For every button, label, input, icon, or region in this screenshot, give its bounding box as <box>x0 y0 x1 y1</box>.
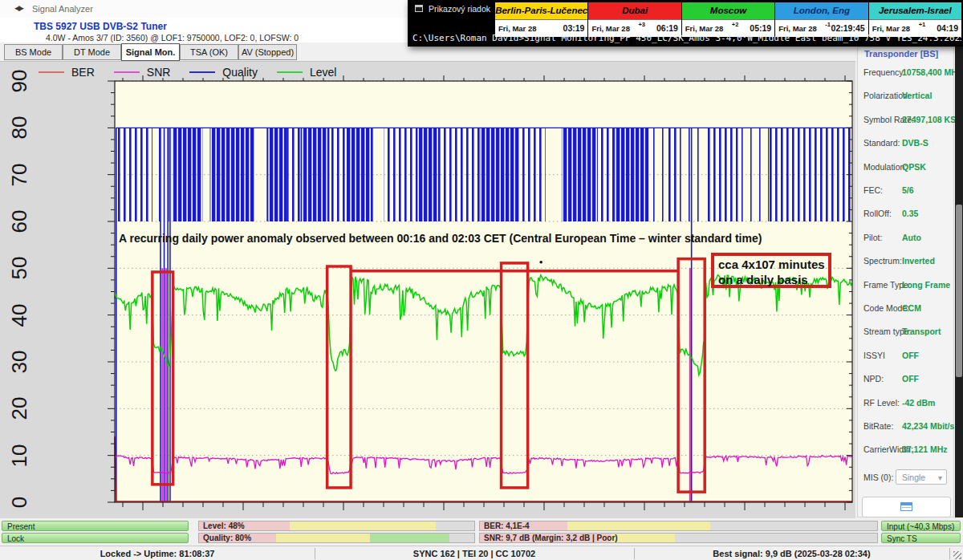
world-clock: MoscowFri, Mar 28+205:19 <box>681 2 774 37</box>
transponder-row-value: 37,121 MHz <box>902 444 948 454</box>
transponder-row: Polarization:Vertical <box>858 91 955 102</box>
chevron-down-icon: ▾ <box>938 470 942 485</box>
sidebar-scrollbar[interactable] <box>955 47 963 517</box>
transponder-row-label: RollOff: <box>863 209 892 218</box>
clock-utc-offset: +1 <box>919 21 926 28</box>
transponder-row-value: -42 dBm <box>902 398 935 408</box>
y-axis-tick-label: 20 <box>8 391 30 426</box>
input-rate-badge: Input (~40,3 Mbps) <box>881 521 961 531</box>
transponder-row-value: OFF <box>902 374 919 383</box>
transponder-row: ISSYIOFF <box>858 351 955 362</box>
window-title: Signal Analyzer <box>32 4 93 14</box>
mis-row: MIS (0): Single ▾ <box>858 469 955 485</box>
transponder-row-label: FEC: <box>863 185 883 195</box>
transponder-row: Code Mode:CCM <box>858 303 955 314</box>
sync-ts-badge: Sync TS <box>881 533 961 543</box>
transponder-row: RF Level:-42 dBm <box>858 398 955 409</box>
transponder-row: Modulation:QPSK <box>858 162 955 173</box>
clock-utc-offset: -1 <box>825 21 831 28</box>
clock-city: London, Eng <box>775 2 868 19</box>
resize-grip[interactable] <box>953 551 961 559</box>
clock-time: 04:19 <box>937 23 958 33</box>
transponder-row-value: 42,234 Mbit/s <box>902 421 954 431</box>
transponder-row-label: ISSYI <box>863 351 885 360</box>
clock-city: Dubai <box>588 2 681 19</box>
transponder-row-label: RF Level: <box>863 398 900 408</box>
transponder-row: Stream type:Transport <box>858 327 955 338</box>
transponder-row-value: Vertical <box>902 91 932 100</box>
transponder-row-value: CCM <box>902 303 921 313</box>
console-title: Prikazový riadok <box>429 4 490 14</box>
y-axis-tick-label: 10 <box>8 438 30 473</box>
mis-dropdown[interactable]: Single ▾ <box>896 469 947 485</box>
tab-bs-mode[interactable]: BS Mode <box>4 44 63 60</box>
transponder-row-value: DVB-S <box>902 138 928 148</box>
clock-utc-offset: +3 <box>638 21 645 28</box>
transponder-row: Standard:DVB-S <box>858 138 955 149</box>
status-divider <box>949 548 950 559</box>
lock-badge: Lock <box>2 533 189 543</box>
ber-meter: BER: 4,1E-4 <box>479 521 878 531</box>
status-lock-uptime: Locked -> Uptime: 81:08:37 <box>0 546 315 560</box>
transponder-row-value: Auto <box>902 233 921 242</box>
app-icon: ◀▶ <box>14 4 22 12</box>
mis-value: Single <box>902 473 925 482</box>
transponder-row-value: Inverted <box>902 256 935 266</box>
level-meter-label: Level: 48% <box>203 521 245 531</box>
transponder-row-label: BitRate: <box>863 421 893 431</box>
y-axis-tick-label: 70 <box>8 157 30 193</box>
quality-meter: Quality: 80% <box>198 533 475 543</box>
clock-time: 06:19 <box>656 23 678 33</box>
tab-av[interactable]: AV (Stopped) <box>238 44 297 60</box>
clock-date: Fri, Mar 28 <box>591 24 630 33</box>
status-best-signal: Best signal: 9,9 dB (2025-03-28 02:34) <box>634 546 949 560</box>
clock-city: Jerusalem-Israel <box>869 2 961 19</box>
transponder-row-label: Pilot: <box>863 233 882 242</box>
console-command-line[interactable]: C:\Users\Roman Dávid>Signal Monitoring_P… <box>412 33 961 43</box>
tuner-detail: 4.0W - Amos 3/7 (ID: 3560) @ LOF1: 97500… <box>46 33 299 43</box>
ts-table-icon <box>900 502 912 511</box>
meter-segment <box>370 534 449 542</box>
clock-time: 02:19:45 <box>831 23 865 33</box>
signal-trend-chart <box>0 62 855 518</box>
transponder-row-label: Spectrum: <box>863 256 902 266</box>
transponder-row-value: Long Frame <box>902 280 950 290</box>
clock-date: Fri, Mar 28 <box>778 24 817 33</box>
world-clock: Berlin-Paris-LučenecFri, Mar 2803:19 <box>495 2 587 37</box>
meter-segment <box>290 521 436 530</box>
mis-label: MIS (0): <box>863 473 893 482</box>
transponder-row: Pilot:Auto <box>858 233 955 244</box>
quality-meter-label: Quality: 80% <box>203 534 251 543</box>
scrollbar-thumb[interactable] <box>956 205 962 377</box>
level-meter: Level: 48% <box>198 521 475 531</box>
clock-date: Fri, Mar 28 <box>498 24 537 33</box>
transponder-row: Symbol Rate:27497,108 KS/s <box>858 115 955 126</box>
clock-time: 05:19 <box>750 23 771 33</box>
y-axis-tick-label: 60 <box>8 204 30 239</box>
transponder-row: BitRate:42,234 Mbit/s <box>858 421 955 432</box>
ts-panel-button[interactable] <box>862 497 951 517</box>
tab-dt-mode[interactable]: DT Mode <box>63 44 121 60</box>
transponder-row-label: Frequency: <box>863 67 906 77</box>
transponder-row: Frequency:10758,400 MHz <box>858 67 955 79</box>
world-clock: Jerusalem-IsraelFri, Mar 28+104:19 <box>868 2 961 37</box>
meter-segment <box>567 521 710 530</box>
world-clock: DubaiFri, Mar 28+306:19 <box>587 2 681 37</box>
present-badge: Present <box>2 521 189 531</box>
y-axis-tick-label: 40 <box>8 298 30 333</box>
clock-utc-offset: +2 <box>732 21 739 28</box>
tab-signal-mon[interactable]: Signal Mon. <box>121 43 180 61</box>
tab-tsa[interactable]: TSA (OK) <box>180 44 238 60</box>
transponder-row-value: 5/6 <box>902 185 914 195</box>
transponder-row-value: 10758,400 MHz <box>902 67 961 77</box>
transponder-row-label: Standard: <box>863 138 900 148</box>
y-axis-tick-label: 0 <box>8 485 30 520</box>
transponder-row: RollOff:0.35 <box>858 209 955 220</box>
transponder-row: CarrierWidth:37,121 MHz <box>858 444 955 456</box>
transponder-row-value: 0.35 <box>902 209 918 218</box>
command-prompt-window[interactable]: Prikazový riadok Berlin-Paris-LučenecFri… <box>408 0 963 47</box>
y-axis-tick-label: 80 <box>8 110 30 145</box>
transponder-row-label: NPD: <box>863 374 884 383</box>
world-clock: London, EngFri, Mar 28-102:19:45 <box>774 2 868 37</box>
transponder-header: Transponder [BS] <box>864 49 938 59</box>
